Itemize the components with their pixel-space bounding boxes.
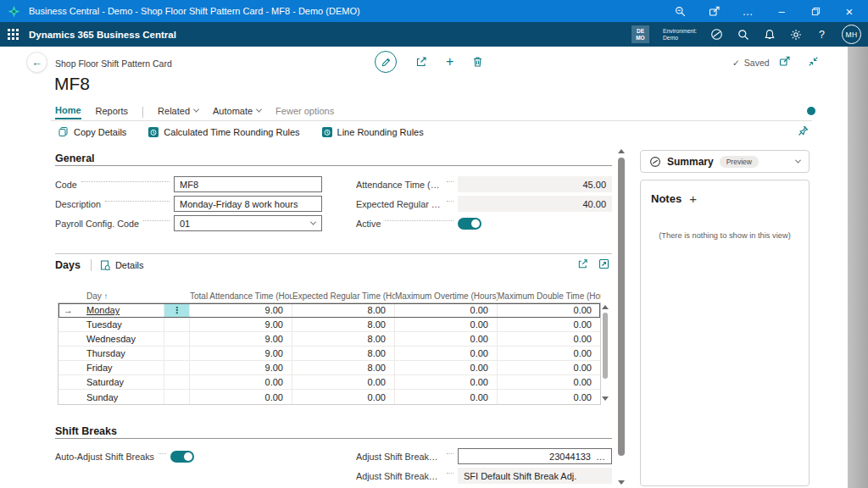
- value-cell[interactable]: 8.00: [292, 318, 395, 331]
- back-button[interactable]: ←: [26, 52, 47, 73]
- adjust-codeunit-field[interactable]: 23044133 …: [458, 448, 612, 464]
- table-row[interactable]: →Monday⋮9.008.000.000.00: [58, 303, 600, 318]
- days-section-heading[interactable]: Days: [55, 259, 81, 271]
- value-cell[interactable]: 9.00: [190, 361, 292, 374]
- tab-reports[interactable]: Reports: [96, 106, 129, 119]
- row-ellipsis-cell[interactable]: [164, 361, 190, 374]
- value-cell[interactable]: 0.00: [395, 318, 498, 331]
- scroll-up-arrow[interactable]: [618, 149, 625, 153]
- column-total-attendance[interactable]: Total Attendance Time (Hours): [190, 291, 292, 301]
- value-cell[interactable]: 9.00: [190, 318, 292, 331]
- table-row[interactable]: Tuesday9.008.000.000.00: [58, 318, 600, 332]
- open-in-window-icon[interactable]: [707, 4, 721, 18]
- day-cell[interactable]: Wednesday: [78, 332, 164, 346]
- dynamics-icon[interactable]: [710, 28, 723, 41]
- restore-icon[interactable]: [809, 4, 822, 18]
- value-cell[interactable]: 0.00: [395, 361, 498, 374]
- more-options-icon[interactable]: …: [741, 4, 754, 18]
- search-icon[interactable]: [737, 28, 749, 41]
- row-ellipsis-cell[interactable]: [164, 332, 190, 346]
- edit-button[interactable]: [375, 51, 397, 73]
- value-cell[interactable]: 0.00: [498, 375, 600, 389]
- row-ellipsis-cell[interactable]: [164, 375, 190, 389]
- value-cell[interactable]: 0.00: [395, 390, 498, 404]
- value-cell[interactable]: 0.00: [395, 347, 498, 360]
- value-cell[interactable]: 0.00: [498, 390, 600, 404]
- row-ellipsis-cell[interactable]: [164, 390, 190, 404]
- settings-gear-icon[interactable]: [789, 28, 802, 41]
- help-icon[interactable]: ?: [815, 28, 828, 41]
- copy-details-button[interactable]: Copy Details: [58, 126, 126, 137]
- value-cell[interactable]: 0.00: [190, 375, 292, 389]
- row-ellipsis-cell[interactable]: [164, 347, 190, 360]
- table-row[interactable]: Thursday9.008.000.000.00: [58, 347, 600, 361]
- value-cell[interactable]: 0.00: [190, 390, 292, 404]
- day-cell[interactable]: Friday: [78, 361, 164, 374]
- day-cell[interactable]: Saturday: [78, 375, 164, 389]
- value-cell[interactable]: 9.00: [190, 332, 292, 346]
- column-max-overtime[interactable]: Maximum Overtime (Hours): [395, 291, 498, 301]
- day-cell[interactable]: Sunday: [78, 390, 164, 404]
- value-cell[interactable]: 0.00: [292, 390, 395, 404]
- edit-list-icon[interactable]: [598, 258, 609, 269]
- value-cell[interactable]: 0.00: [498, 332, 600, 346]
- line-rounding-rules-button[interactable]: Line Rounding Rules: [322, 127, 424, 137]
- app-launcher-icon[interactable]: [8, 29, 19, 40]
- navbar-app-title[interactable]: Dynamics 365 Business Central: [29, 30, 176, 40]
- table-scrollbar[interactable]: [601, 302, 609, 403]
- zoom-out-icon[interactable]: [673, 4, 687, 18]
- details-button[interactable]: Details: [100, 260, 144, 271]
- value-cell[interactable]: 0.00: [292, 375, 395, 389]
- scroll-up-arrow[interactable]: [602, 305, 609, 309]
- tab-home[interactable]: Home: [55, 105, 81, 119]
- user-avatar[interactable]: MH: [842, 25, 861, 44]
- row-ellipsis-cell[interactable]: ⋮: [164, 303, 190, 317]
- open-in-new-window-icon[interactable]: [779, 56, 790, 67]
- general-section-heading[interactable]: General: [55, 152, 95, 164]
- table-row[interactable]: Saturday0.000.000.000.00: [58, 375, 600, 390]
- scroll-thumb[interactable]: [603, 313, 608, 379]
- new-button[interactable]: +: [446, 56, 453, 68]
- description-field[interactable]: Monday-Friday 8 work hours: [174, 196, 322, 212]
- tab-automate[interactable]: Automate: [213, 106, 261, 119]
- tab-related[interactable]: Related: [158, 106, 198, 119]
- row-ellipsis-cell[interactable]: [164, 318, 190, 331]
- value-cell[interactable]: 8.00: [292, 303, 395, 317]
- breadcrumb[interactable]: Shop Floor Shift Pattern Card: [55, 58, 172, 69]
- value-cell[interactable]: 0.00: [395, 332, 498, 346]
- day-cell[interactable]: Thursday: [78, 347, 164, 360]
- notifications-bell-icon[interactable]: [763, 28, 776, 41]
- table-row[interactable]: Wednesday9.008.000.000.00: [58, 332, 600, 347]
- day-cell[interactable]: Tuesday: [78, 318, 164, 331]
- active-toggle[interactable]: [458, 218, 481, 230]
- summary-card[interactable]: Summary Preview: [640, 150, 810, 173]
- scroll-thumb[interactable]: [618, 158, 625, 456]
- value-cell[interactable]: 0.00: [498, 361, 600, 374]
- minimize-icon[interactable]: –: [775, 4, 788, 18]
- share-button[interactable]: [415, 56, 427, 68]
- column-max-double[interactable]: Maximum Double Time (Hours): [498, 291, 601, 301]
- value-cell[interactable]: 0.00: [395, 303, 498, 317]
- share-icon[interactable]: [577, 258, 588, 269]
- table-row[interactable]: Sunday0.000.000.000.00: [58, 390, 600, 404]
- value-cell[interactable]: 9.00: [190, 303, 292, 317]
- assist-edit-button[interactable]: …: [596, 452, 606, 462]
- value-cell[interactable]: 8.00: [292, 347, 395, 360]
- scroll-down-arrow[interactable]: [618, 480, 625, 485]
- table-row[interactable]: Friday9.008.000.000.00: [58, 361, 600, 375]
- auto-adjust-toggle[interactable]: [170, 451, 194, 463]
- chevron-down-icon[interactable]: [795, 158, 801, 164]
- payroll-config-code-select[interactable]: 01: [174, 215, 322, 231]
- delete-button[interactable]: [472, 56, 483, 68]
- value-cell[interactable]: 8.00: [292, 332, 395, 346]
- calculated-time-rounding-rules-button[interactable]: Calculated Time Rounding Rules: [148, 127, 299, 137]
- value-cell[interactable]: 0.00: [498, 347, 600, 360]
- column-day[interactable]: Day ↑: [78, 291, 164, 301]
- value-cell[interactable]: 0.00: [498, 303, 600, 317]
- shift-breaks-section-heading[interactable]: Shift Breaks: [55, 425, 117, 437]
- code-field[interactable]: MF8: [174, 176, 322, 192]
- page-scrollbar[interactable]: [615, 146, 627, 488]
- value-cell[interactable]: 9.00: [190, 347, 292, 360]
- collapse-icon[interactable]: [808, 56, 819, 67]
- value-cell[interactable]: 0.00: [395, 375, 498, 389]
